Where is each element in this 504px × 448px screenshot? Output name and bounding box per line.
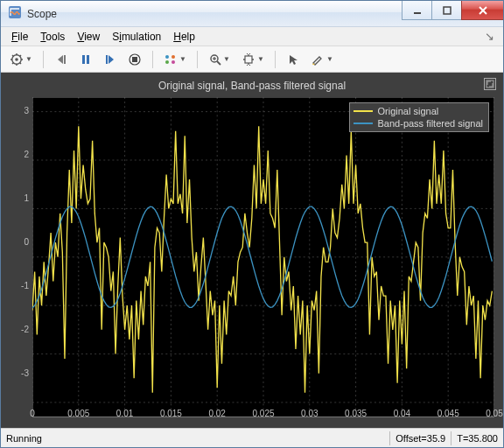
step-back-button[interactable] (51, 49, 72, 70)
pause-button[interactable] (75, 49, 96, 70)
svg-point-21 (165, 55, 169, 59)
plot-title: Original signal, Band-pass filtered sign… (158, 80, 346, 92)
y-tick-label: 0 (24, 236, 29, 246)
x-tick-label: 0.025 (252, 409, 274, 418)
svg-line-14 (20, 55, 22, 57)
y-tick-label: 1 (24, 192, 29, 202)
x-tick-label: 0.005 (67, 409, 89, 418)
highlight-button[interactable]: ▼ (307, 49, 337, 70)
plot-area[interactable]: -3-2-10123 00.0050.010.0150.020.0250.030… (32, 97, 494, 421)
menu-overflow-icon[interactable]: ↘ (485, 30, 498, 43)
step-forward-icon (104, 53, 116, 66)
menubar: FFileile Tools View Simulation Help ↘ (1, 27, 503, 46)
svg-line-12 (20, 62, 22, 64)
step-forward-button[interactable] (100, 49, 121, 70)
y-axis-labels: -3-2-10123 (10, 97, 31, 402)
maximize-button[interactable] (431, 1, 461, 20)
x-tick-label: 0.02 (208, 409, 225, 418)
svg-line-26 (217, 61, 220, 65)
plot-panel: Original signal, Band-pass filtered sign… (1, 73, 503, 428)
svg-rect-15 (64, 55, 66, 64)
y-tick-label: -2 (21, 324, 29, 333)
x-tick-label: 0 (30, 409, 35, 418)
plot-legend[interactable]: Original signal Band-pass filtered signa… (349, 102, 489, 132)
menu-simulation[interactable]: Simulation (107, 29, 166, 45)
legend-label: Original signal (378, 105, 439, 117)
menu-tools[interactable]: Tools (35, 29, 70, 45)
x-tick-label: 0.045 (438, 409, 459, 418)
x-tick-label: 0.01 (116, 409, 133, 418)
toolbar: ▼ ▼ ▼ ▼ ▼ (1, 46, 503, 73)
pause-icon (80, 53, 92, 66)
triggers-icon (164, 53, 178, 66)
stop-button[interactable] (124, 49, 145, 70)
svg-rect-18 (106, 55, 108, 64)
step-back-icon (55, 53, 67, 66)
toolbar-separator (197, 51, 198, 68)
x-tick-label: 0.03 (301, 409, 318, 418)
x-tick-label: 0.015 (160, 409, 182, 418)
y-tick-label: 3 (24, 105, 29, 115)
y-tick-label: -3 (21, 368, 29, 377)
settings-button[interactable]: ▼ (6, 49, 36, 70)
svg-rect-17 (87, 55, 89, 64)
app-icon (8, 5, 22, 22)
menu-help[interactable]: Help (168, 29, 200, 45)
svg-point-23 (165, 60, 169, 64)
x-axis-labels: 00.0050.010.0150.020.0250.030.0350.040.0… (32, 405, 494, 421)
plot-canvas (32, 97, 494, 435)
dropdown-caret-icon: ▼ (257, 55, 264, 63)
gear-icon (10, 52, 24, 66)
legend-swatch-icon (354, 119, 373, 128)
menu-file[interactable]: FFileile (6, 29, 33, 45)
x-tick-label: 0.05 (486, 409, 502, 418)
highlight-icon (311, 53, 325, 66)
triggers-button[interactable]: ▼ (160, 49, 190, 70)
svg-rect-29 (245, 56, 252, 63)
scope-window: Scope FFileile Tools View Simulation Hel… (0, 0, 504, 448)
x-tick-label: 0.035 (345, 409, 367, 418)
toolbar-separator (43, 51, 44, 68)
toolbar-separator (152, 51, 153, 68)
autoscale-icon (242, 53, 256, 66)
legend-label: Band-pass filtered signal (378, 117, 483, 130)
minimize-button[interactable] (402, 1, 431, 20)
svg-rect-16 (82, 55, 85, 64)
x-tick-label: 0.04 (394, 409, 410, 418)
titlebar: Scope (1, 1, 503, 27)
menu-view[interactable]: View (72, 29, 105, 45)
legend-entry-original: Original signal (354, 105, 483, 117)
dropdown-caret-icon: ▼ (326, 55, 333, 63)
cursor-icon (287, 53, 299, 66)
maximize-icon (486, 80, 494, 88)
stop-icon (129, 53, 141, 66)
svg-line-13 (12, 62, 14, 64)
svg-point-6 (15, 58, 18, 61)
y-tick-label: 2 (24, 149, 29, 158)
cursor-button[interactable] (283, 49, 304, 70)
dropdown-caret-icon: ▼ (223, 55, 230, 63)
legend-entry-filtered: Band-pass filtered signal (354, 117, 483, 130)
zoom-in-icon (209, 53, 221, 66)
autoscale-button[interactable]: ▼ (238, 49, 268, 70)
dropdown-caret-icon: ▼ (179, 55, 186, 63)
legend-swatch-icon (354, 107, 373, 116)
plot-maximize-button[interactable] (484, 78, 496, 90)
toolbar-separator (275, 51, 276, 68)
close-button[interactable] (461, 1, 503, 20)
svg-rect-2 (444, 7, 451, 14)
dropdown-caret-icon: ▼ (25, 55, 32, 63)
window-title: Scope (27, 8, 57, 20)
svg-line-11 (12, 55, 14, 57)
svg-rect-20 (132, 57, 137, 62)
svg-point-22 (172, 55, 175, 59)
zoom-button[interactable]: ▼ (205, 49, 234, 70)
svg-point-24 (172, 60, 175, 64)
y-tick-label: -1 (21, 280, 29, 290)
